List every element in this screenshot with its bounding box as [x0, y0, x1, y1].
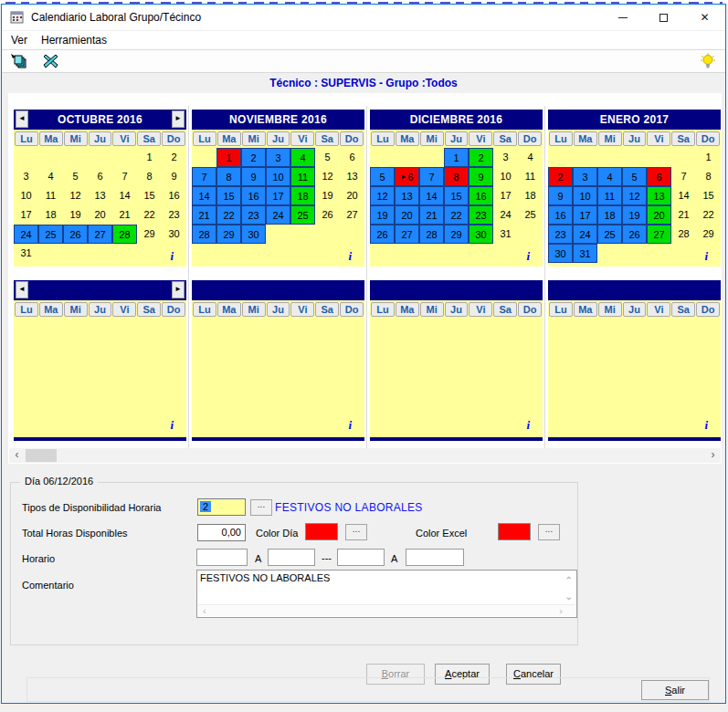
day-cell[interactable]: 15	[444, 186, 469, 205]
day-cell[interactable]: 31	[14, 244, 38, 263]
day-cell[interactable]	[573, 148, 597, 167]
day-cell[interactable]: 13	[395, 186, 419, 205]
day-cell[interactable]	[493, 244, 518, 263]
day-cell[interactable]	[315, 225, 340, 244]
day-cell[interactable]: 29	[216, 225, 241, 244]
weekday-button[interactable]: Ju	[89, 302, 112, 317]
maximize-button[interactable]	[643, 5, 684, 30]
day-cell[interactable]: 2	[241, 148, 266, 167]
day-cell[interactable]: 9	[469, 167, 493, 186]
info-icon[interactable]: i	[526, 418, 530, 433]
day-cell[interactable]: 28	[419, 225, 444, 244]
day-cell[interactable]	[162, 244, 186, 263]
comentario-scroll-left-icon[interactable]: ‹	[203, 605, 206, 616]
day-cell[interactable]: 4	[38, 167, 63, 186]
weekday-button[interactable]: Ju	[267, 131, 290, 146]
day-cell[interactable]	[38, 148, 63, 167]
day-cell[interactable]: 21	[671, 205, 696, 225]
weekday-button[interactable]: Vi	[112, 302, 136, 317]
next-month-icon[interactable]: ►	[172, 110, 185, 128]
weekday-button[interactable]: Lu	[371, 302, 395, 317]
day-cell[interactable]: 13	[647, 186, 671, 205]
weekday-button[interactable]: Mi	[598, 302, 622, 317]
day-cell[interactable]: 2	[548, 167, 573, 186]
day-cell[interactable]: 9	[548, 186, 573, 205]
day-cell[interactable]	[444, 244, 469, 263]
day-cell[interactable]: 26	[315, 205, 340, 225]
day-cell[interactable]: 27	[340, 205, 364, 225]
day-cell[interactable]: 8	[444, 167, 469, 186]
day-cell[interactable]: 3	[573, 167, 597, 186]
day-cell[interactable]: 19	[63, 205, 88, 225]
day-cell[interactable]: 19	[370, 205, 395, 225]
total-input[interactable]: 0,00	[197, 524, 246, 541]
day-cell[interactable]: 23	[469, 205, 493, 225]
day-cell[interactable]: 22	[696, 205, 721, 225]
horario-input-3[interactable]	[337, 549, 385, 566]
day-cell[interactable]: 7	[419, 167, 444, 186]
day-cell[interactable]: 4	[290, 148, 315, 167]
day-cell[interactable]	[315, 244, 340, 263]
day-cell[interactable]: 15	[216, 186, 241, 205]
day-cell[interactable]	[14, 148, 38, 167]
day-cell[interactable]	[622, 244, 647, 263]
color-excel-browse-button[interactable]: ...	[538, 524, 560, 540]
day-cell[interactable]: 30	[241, 225, 266, 244]
day-cell[interactable]: 23	[241, 205, 266, 225]
day-cell[interactable]	[340, 225, 364, 244]
weekday-button[interactable]: Vi	[290, 131, 314, 146]
day-cell[interactable]: 7	[192, 167, 216, 186]
weekday-button[interactable]: Ju	[445, 131, 469, 146]
day-cell[interactable]: 20	[647, 205, 671, 225]
day-cell[interactable]	[395, 244, 419, 263]
day-cell[interactable]	[597, 244, 622, 263]
weekday-button[interactable]: Do	[340, 302, 364, 317]
weekday-button[interactable]: Sa	[671, 302, 695, 317]
day-cell[interactable]	[647, 148, 671, 167]
next-month-icon[interactable]: ►	[172, 281, 185, 298]
day-cell[interactable]: ►6	[395, 167, 419, 186]
weekday-button[interactable]: Sa	[137, 131, 161, 146]
day-cell[interactable]: 5	[315, 148, 340, 167]
day-cell[interactable]	[696, 244, 721, 263]
day-cell[interactable]	[340, 244, 364, 263]
comentario-scroll-right-icon[interactable]: ›	[559, 605, 563, 616]
day-cell[interactable]: 15	[137, 186, 162, 205]
weekday-button[interactable]: Ma	[217, 302, 241, 317]
day-cell[interactable]: 12	[622, 186, 647, 205]
day-cell[interactable]: 25	[518, 205, 543, 225]
day-cell[interactable]: 16	[241, 186, 266, 205]
day-cell[interactable]: 25	[597, 225, 622, 244]
day-cell[interactable]: 9	[241, 167, 266, 186]
day-cell[interactable]: 2	[162, 148, 186, 167]
weekday-button[interactable]: Ju	[623, 302, 647, 317]
day-cell[interactable]: 18	[597, 205, 622, 225]
day-cell[interactable]: 26	[63, 225, 88, 244]
weekday-button[interactable]: Sa	[671, 131, 695, 146]
day-cell[interactable]: 6	[340, 148, 364, 167]
weekday-button[interactable]: Do	[696, 302, 720, 317]
weekday-button[interactable]: Sa	[315, 302, 339, 317]
color-dia-browse-button[interactable]: ...	[345, 524, 367, 540]
day-cell[interactable]	[395, 148, 419, 167]
day-cell[interactable]	[370, 244, 395, 263]
weekday-button[interactable]: Vi	[112, 131, 136, 146]
day-cell[interactable]: 19	[622, 205, 647, 225]
day-cell[interactable]	[290, 225, 315, 244]
day-cell[interactable]: 24	[493, 205, 518, 225]
day-cell[interactable]: 7	[112, 167, 137, 186]
day-cell[interactable]: 30	[162, 225, 186, 244]
day-cell[interactable]: 6	[88, 167, 112, 186]
day-cell[interactable]: 26	[370, 225, 395, 244]
day-cell[interactable]: 8	[696, 167, 721, 186]
day-cell[interactable]: 28	[671, 225, 696, 244]
weekday-button[interactable]: Mi	[242, 302, 266, 317]
day-cell[interactable]: 30	[469, 225, 493, 244]
scroll-right-icon[interactable]: ›	[705, 448, 721, 463]
day-cell[interactable]: 30	[548, 244, 573, 263]
weekday-button[interactable]: Lu	[193, 131, 216, 146]
day-cell[interactable]: 1	[137, 148, 162, 167]
day-cell[interactable]: 20	[395, 205, 419, 225]
day-cell[interactable]: 29	[444, 225, 469, 244]
weekday-button[interactable]: Mi	[420, 302, 444, 317]
